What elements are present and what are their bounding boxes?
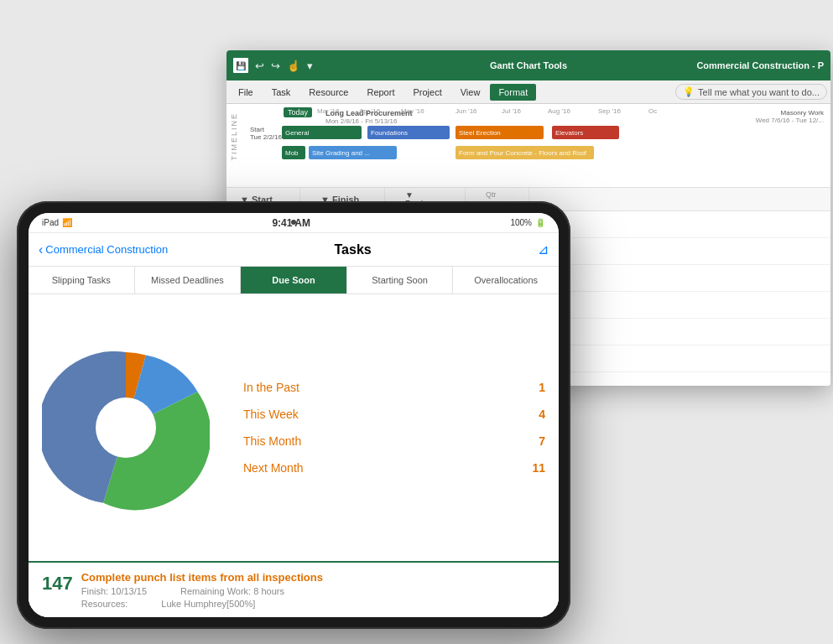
finish-date: 10/13/15: [111, 586, 147, 596]
status-right: 100% 🔋: [510, 218, 545, 227]
toolbar-left: 💾 ↩ ↪ ☝ ▾: [233, 58, 313, 73]
legend-area: In the Past 1 This Week 4 This Month 7 N…: [226, 381, 545, 475]
ipad-screen: iPad 📶 9:41 AM 100% 🔋 ‹ Commercial Const…: [29, 213, 559, 617]
legend-item-past: In the Past 1: [243, 381, 545, 394]
finish-meta: Finish: 10/13/15: [81, 586, 147, 596]
timeline-bar-steel: Steel Erection: [456, 126, 544, 139]
status-left: iPad 📶: [42, 218, 72, 227]
today-marker: Today: [284, 107, 312, 117]
battery-icon: 🔋: [535, 218, 545, 227]
tell-me-box[interactable]: 💡 Tell me what you want to do...: [675, 84, 827, 100]
ipad-frame: iPad 📶 9:41 AM 100% 🔋 ‹ Commercial Const…: [17, 201, 570, 629]
ribbon-tab-task[interactable]: Task: [263, 84, 299, 101]
pie-chart: [42, 344, 210, 512]
dropdown-icon[interactable]: ▾: [307, 60, 313, 72]
carrier-label: iPad: [42, 218, 59, 227]
ribbon-tab-view[interactable]: View: [452, 84, 489, 101]
remaining-work-value: 8 hours: [253, 586, 284, 596]
tab-missed-deadlines[interactable]: Missed Deadlines: [135, 267, 242, 293]
ribbon-tab-report[interactable]: Report: [358, 84, 403, 101]
gantt-timeline: TIMELINE Long Lead Procurement Mon 2/8/1…: [226, 104, 830, 188]
legend-label-past: In the Past: [243, 381, 299, 394]
ribbon-tab-format[interactable]: Format: [490, 84, 536, 101]
filter-icon[interactable]: ⊿: [538, 242, 549, 257]
legend-item-next-month: Next Month 11: [243, 461, 545, 475]
timeline-bar-elevators: Elevators: [552, 126, 619, 139]
gantt-toolbar: 💾 ↩ ↪ ☝ ▾ Gantt Chart Tools Commercial C…: [226, 50, 830, 80]
redo-icon[interactable]: ↪: [271, 60, 280, 72]
timeline-bar-general: General: [282, 126, 362, 139]
undo-icon[interactable]: ↩: [255, 60, 264, 72]
nav-title: Tasks: [168, 242, 538, 257]
chart-legend-area: In the Past 1 This Week 4 This Month 7 N…: [29, 294, 559, 561]
timeline-bar-form-pour: Form and Pour Concrete - Floors and Roof: [456, 146, 594, 159]
ipad-content: In the Past 1 This Week 4 This Month 7 N…: [29, 294, 559, 617]
tab-starting-soon[interactable]: Starting Soon: [347, 267, 454, 293]
resources-label: Resources:: [81, 599, 128, 609]
back-button[interactable]: ‹ Commercial Construction: [39, 242, 168, 257]
legend-label-week: This Week: [243, 408, 299, 421]
tab-due-soon[interactable]: Due Soon: [241, 267, 347, 293]
remaining-work-label: Remaining Work:: [180, 586, 251, 596]
timeline-bar-foundations: Foundations: [367, 126, 450, 139]
battery-label: 100%: [510, 218, 532, 227]
legend-item-month: This Month 7: [243, 434, 545, 448]
legend-label-next-month: Next Month: [243, 461, 304, 475]
lightbulb-icon: 💡: [683, 86, 695, 97]
tab-slipping-tasks[interactable]: Slipping Tasks: [29, 267, 135, 293]
touch-icon[interactable]: ☝: [287, 60, 300, 72]
timeline-bar-mob: Mob: [282, 146, 305, 159]
timeline-label: TIMELINE: [230, 112, 238, 161]
resources-value: Luke Humphrey[500%]: [161, 599, 255, 609]
ribbon-tab-project[interactable]: Project: [404, 84, 450, 101]
tell-me-text: Tell me what you want to do...: [698, 87, 820, 97]
ribbon-tab-file[interactable]: File: [230, 84, 262, 101]
gantt-tools-title: Gantt Chart Tools: [490, 50, 567, 80]
gantt-project-title: Commercial Construction - P: [696, 60, 824, 70]
remaining-work-meta: Remaining Work: 8 hours: [180, 586, 284, 596]
task-title: Complete punch list items from all inspe…: [81, 571, 545, 584]
legend-value-past: 1: [539, 381, 545, 394]
task-resources-meta: Resources: Luke Humphrey[500%]: [81, 599, 545, 609]
task-detail: 147 Complete punch list items from all i…: [29, 561, 559, 617]
ipad-tabs: Slipping Tasks Missed Deadlines Due Soon…: [29, 267, 559, 294]
back-label: Commercial Construction: [45, 243, 168, 256]
legend-item-week: This Week 4: [243, 408, 545, 421]
wifi-icon: 📶: [62, 218, 72, 227]
finish-label: Finish:: [81, 586, 108, 596]
legend-value-next-month: 11: [532, 461, 545, 475]
legend-value-month: 7: [539, 434, 545, 448]
legend-label-month: This Month: [243, 434, 301, 448]
chevron-left-icon: ‹: [39, 242, 43, 257]
ipad-nav-bar: ‹ Commercial Construction Tasks ⊿: [29, 233, 559, 267]
svg-point-0: [96, 397, 156, 458]
ipad-camera: [291, 220, 296, 225]
legend-value-week: 4: [539, 408, 545, 421]
timeline-bar-site-grading: Site Grading and ...: [309, 146, 397, 159]
save-icon[interactable]: 💾: [233, 58, 248, 73]
gantt-ribbon: File Task Resource Report Project View F…: [226, 80, 830, 104]
tab-overallocations[interactable]: Overallocations: [453, 267, 559, 293]
task-meta: Finish: 10/13/15 Remaining Work: 8 hours: [81, 586, 545, 596]
task-number: 147: [42, 573, 73, 595]
ribbon-tab-resource[interactable]: Resource: [300, 84, 357, 101]
timeline-content: Long Lead Procurement Mon 2/8/16 - Fri 5…: [250, 107, 824, 183]
